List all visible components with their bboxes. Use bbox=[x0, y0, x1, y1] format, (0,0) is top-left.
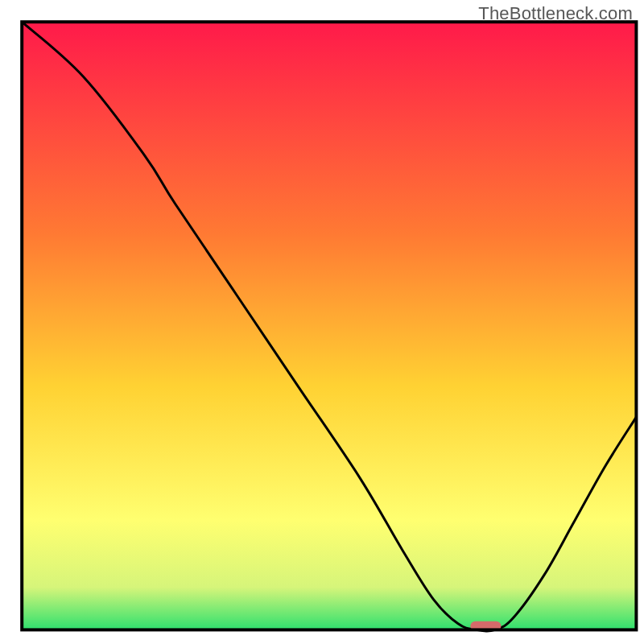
chart-container: TheBottleneck.com bbox=[0, 0, 644, 644]
bottleneck-chart bbox=[0, 0, 644, 644]
watermark-text: TheBottleneck.com bbox=[478, 3, 633, 24]
